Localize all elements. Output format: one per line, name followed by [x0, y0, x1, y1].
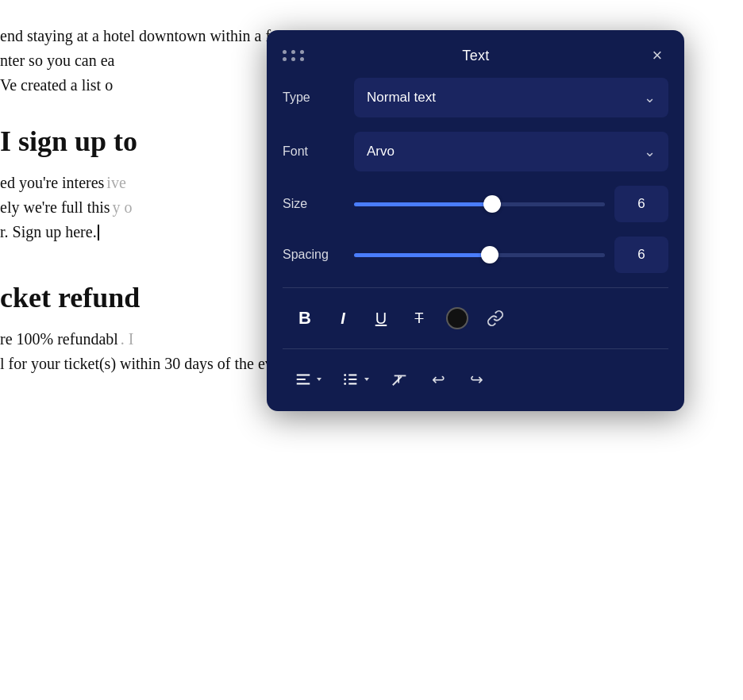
underline-button[interactable]: U [362, 301, 400, 336]
bold-button[interactable]: B [286, 301, 324, 336]
size-slider-container: 6 [354, 186, 668, 222]
drag-dot [283, 57, 287, 61]
align-icon [295, 371, 312, 388]
type-select-value: Normal text [367, 90, 436, 106]
clear-format-button[interactable] [381, 362, 419, 397]
font-row: Font Arvo ⌄ [283, 132, 668, 171]
link-icon [487, 310, 504, 327]
list-button[interactable] [332, 362, 381, 397]
spacing-value-box[interactable]: 6 [614, 237, 668, 273]
color-swatch [446, 307, 468, 329]
text-cursor [98, 225, 99, 240]
drag-dot [300, 50, 304, 54]
type-row: Type Normal text ⌄ [283, 78, 668, 117]
size-slider-thumb[interactable] [483, 195, 501, 213]
size-row: Size 6 [283, 186, 668, 222]
format-bar-2: ↩ ↪ [283, 362, 668, 397]
drag-dot [300, 57, 304, 61]
svg-line-13 [393, 376, 402, 385]
drag-handle[interactable] [283, 50, 306, 61]
chevron-down-icon: ⌄ [644, 89, 656, 106]
font-label: Font [283, 144, 354, 159]
color-button[interactable] [438, 301, 476, 336]
drag-dot [283, 50, 287, 54]
panel-divider-1 [283, 287, 668, 288]
undo-button[interactable]: ↩ [419, 362, 457, 397]
list-icon [342, 371, 360, 388]
drag-dot [291, 50, 295, 54]
link-button[interactable] [476, 301, 514, 336]
panel-header: Text × [267, 30, 684, 78]
svg-marker-3 [317, 378, 321, 381]
align-button[interactable] [286, 362, 332, 397]
size-slider-track[interactable] [354, 202, 605, 206]
spacing-slider-container: 6 [354, 237, 668, 273]
drag-dot [291, 57, 295, 61]
format-bar-1: B I U T [283, 301, 668, 336]
size-label: Size [283, 197, 354, 211]
strikethrough-button[interactable]: T [400, 301, 438, 336]
close-button[interactable]: × [646, 44, 668, 67]
redo-button[interactable]: ↪ [457, 362, 495, 397]
clear-format-icon [391, 371, 409, 388]
italic-button[interactable]: I [324, 301, 362, 336]
svg-point-7 [344, 374, 346, 376]
type-select[interactable]: Normal text ⌄ [354, 78, 668, 117]
panel-divider-2 [283, 348, 668, 349]
svg-point-8 [344, 379, 346, 381]
svg-point-9 [344, 383, 346, 385]
panel-title: Text [462, 48, 489, 64]
font-select-value: Arvo [367, 144, 395, 160]
spacing-slider-track[interactable] [354, 253, 605, 257]
font-select[interactable]: Arvo ⌄ [354, 132, 668, 171]
svg-marker-10 [364, 378, 369, 381]
spacing-label: Spacing [283, 248, 354, 262]
spacing-row: Spacing 6 [283, 237, 668, 273]
chevron-down-icon [315, 375, 323, 383]
size-value-box[interactable]: 6 [614, 186, 668, 222]
spacing-slider-thumb[interactable] [481, 246, 499, 263]
chevron-down-icon: ⌄ [644, 143, 656, 160]
type-label: Type [283, 90, 354, 105]
panel-body: Type Normal text ⌄ Font Arvo ⌄ Size 6 [267, 78, 684, 397]
chevron-down-icon [363, 375, 371, 383]
text-panel: Text × Type Normal text ⌄ Font Arvo ⌄ Si… [267, 30, 684, 411]
